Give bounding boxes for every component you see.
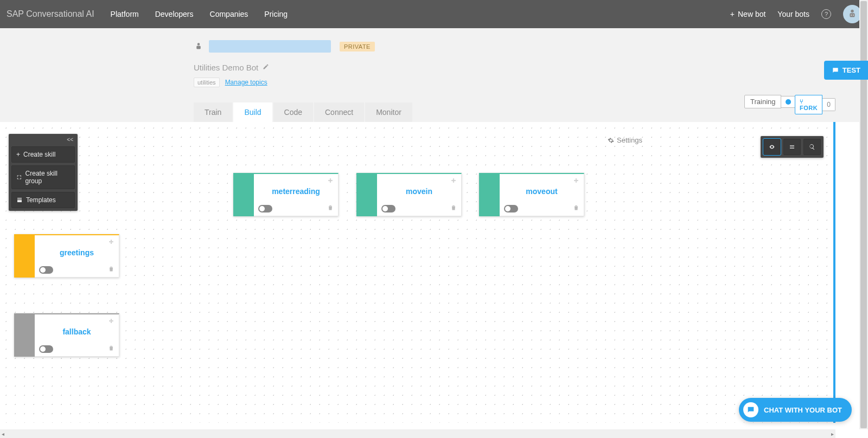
skill-body: fallback [35,313,119,357]
user-avatar[interactable] [843,5,861,23]
svg-point-4 [197,43,200,46]
fork-button[interactable]: ⑂ FORK [795,95,822,114]
tab-monitor[interactable]: Monitor [365,102,412,122]
chat-icon [832,67,839,74]
svg-rect-5 [196,46,201,49]
create-skill-label: Create skill [23,151,55,158]
topic-tag: utilities [194,78,220,87]
tab-train[interactable]: Train [194,102,232,122]
delete-skill-icon[interactable] [450,204,457,212]
svg-point-2 [851,15,852,16]
templates-label: Templates [26,196,56,204]
chat-with-bot-button[interactable]: CHAT WITH YOUR BOT [739,398,852,422]
delete-skill-icon[interactable] [108,266,114,274]
training-label: Training [744,95,781,108]
create-skill-group-label: Create skill group [25,170,70,185]
skill-toggle[interactable] [504,205,518,212]
eye-icon [769,144,775,150]
tabs-row: TrainBuildCodeConnectMonitor [194,102,644,122]
tab-code[interactable]: Code [273,102,313,122]
skill-card-moveout[interactable]: moveout [479,173,584,216]
your-bots-link[interactable]: Your bots [777,10,809,18]
templates-button[interactable]: Templates [11,192,75,208]
skill-card-fallback[interactable]: fallback [14,313,119,357]
chat-bubble-icon [743,402,758,417]
skill-body: movein [377,173,462,216]
new-bot-link[interactable]: + New bot [730,10,766,18]
skill-color-bar [233,173,254,216]
skill-body: greetings [35,234,119,278]
view-search-button[interactable] [803,139,821,155]
new-bot-label: New bot [738,10,765,18]
fork-count: 0 [822,98,835,111]
privacy-badge: PRIVATE [340,42,375,51]
topbar-right: + New bot Your bots ? [730,5,861,23]
bot-icon [194,42,203,51]
horizontal-scrollbar[interactable] [0,429,835,438]
skill-actions-panel: << + Create skill Create skill group Tem… [9,134,78,211]
create-skill-button[interactable]: + Create skill [11,146,75,163]
collapse-panel-icon[interactable]: << [11,137,75,144]
bot-description: Utilities Demo Bot [194,63,258,72]
search-icon [809,144,815,150]
training-status[interactable]: Training [744,95,796,108]
skill-body: moveout [500,173,584,216]
view-canvas-button[interactable] [763,139,781,155]
builder-tabs: TrainBuildCodeConnectMonitor [194,102,412,122]
tab-connect[interactable]: Connect [314,102,364,122]
plus-icon: + [730,10,735,18]
skill-toggle[interactable] [381,205,395,212]
nav-pricing[interactable]: Pricing [264,10,288,18]
skill-color-bar [14,234,35,278]
skill-card-greetings[interactable]: greetings [14,234,119,278]
app-logo: SAP Conversational AI [7,9,94,19]
fork-label: FORK [800,105,818,111]
nav-developers[interactable]: Developers [155,10,194,18]
fork-icon: ⑂ [800,98,804,105]
skill-card-movein[interactable]: movein [356,173,462,216]
create-skill-group-button[interactable]: Create skill group [11,165,75,189]
delete-skill-icon[interactable] [108,345,114,353]
skill-card-meterreading[interactable]: meterreading [233,173,339,216]
skill-toggle[interactable] [39,345,53,353]
skill-color-bar [356,173,377,216]
tab-build[interactable]: Build [233,102,272,122]
skill-toggle[interactable] [258,205,272,212]
manage-topics-link[interactable]: Manage topics [225,79,267,86]
view-list-button[interactable] [783,139,801,155]
skill-title[interactable]: fallback [35,314,119,336]
topbar-nav: Platform Developers Companies Pricing [111,10,288,18]
skill-title[interactable]: meterreading [254,174,338,196]
svg-rect-1 [850,13,854,17]
nav-platform[interactable]: Platform [111,10,139,18]
nav-companies[interactable]: Companies [210,10,248,18]
skill-body: meterreading [254,173,339,216]
help-icon[interactable]: ? [821,9,831,19]
test-button[interactable]: TEST [824,61,868,80]
svg-point-0 [851,10,854,13]
move-icon[interactable] [573,177,579,186]
edit-description-icon[interactable] [263,62,269,72]
bot-title-row: PRIVATE [194,40,644,53]
skill-title[interactable]: movein [377,174,461,196]
move-icon[interactable] [327,177,334,186]
move-icon[interactable] [108,239,114,247]
view-mode-panel [761,136,824,158]
move-icon[interactable] [108,318,114,326]
robot-icon [846,8,858,20]
skill-title[interactable]: moveout [500,174,584,196]
sub-header: PRIVATE Training ⑂ FORK 0 Utilities Demo… [0,28,868,122]
delete-skill-icon[interactable] [327,204,334,212]
fork-button-group: ⑂ FORK 0 [795,95,835,114]
bot-name-redacted [209,40,331,53]
skill-color-bar [14,313,35,357]
move-icon[interactable] [450,177,457,186]
skill-color-bar [479,173,500,216]
builder-canvas[interactable]: << + Create skill Create skill group Tem… [0,122,835,423]
chat-label: CHAT WITH YOUR BOT [764,406,842,414]
skill-toggle[interactable] [39,266,53,274]
delete-skill-icon[interactable] [573,204,579,212]
list-icon [789,144,795,150]
topbar: SAP Conversational AI Platform Developer… [0,0,868,28]
skill-title[interactable]: greetings [35,235,119,257]
